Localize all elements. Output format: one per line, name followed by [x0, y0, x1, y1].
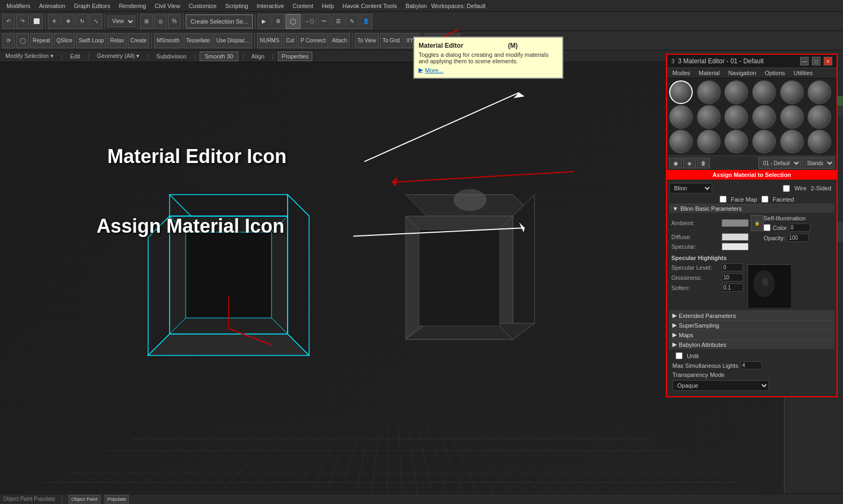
angle-snap-btn[interactable]: ◎ [154, 14, 167, 29]
undo-btn[interactable]: ↶ [2, 14, 15, 29]
color-check[interactable] [764, 224, 771, 231]
attach-btn[interactable]: Attach [329, 33, 350, 48]
mat-ball-12[interactable] [808, 105, 831, 129]
menu-civil-view[interactable]: Civil View [150, 2, 184, 10]
color-spinbox[interactable] [789, 224, 810, 232]
mat-ball-17[interactable] [780, 130, 804, 153]
mat-ball-3[interactable] [724, 80, 748, 104]
tessellate-btn[interactable]: Tessellate [184, 33, 212, 48]
soften-spinbox[interactable] [722, 284, 743, 292]
navigation-menu[interactable]: Navigation [725, 69, 759, 77]
p-connect-btn[interactable]: P Connect [298, 33, 328, 48]
use-displac-btn[interactable]: Use Displac... [214, 33, 252, 48]
scale-btn[interactable]: ⤡ [90, 14, 102, 29]
supersampling-section[interactable]: ▶ SuperSampling [669, 320, 834, 330]
geometry-dropdown[interactable]: Geometry (All) ▾ [93, 53, 143, 60]
rotate-btn[interactable]: ↻ [76, 14, 89, 29]
faceted-check[interactable] [761, 196, 768, 203]
mat-ball-14[interactable] [697, 130, 721, 153]
mat-ball-10[interactable] [752, 105, 776, 129]
properties-btn[interactable]: Properties [278, 51, 312, 61]
ring-btn[interactable]: ◯ [16, 33, 29, 48]
menu-interactive[interactable]: Interactive [252, 2, 288, 10]
mat-delete-btn[interactable]: 🗑 [697, 158, 710, 168]
menu-content[interactable]: Content [288, 2, 318, 10]
face-map-check[interactable] [720, 196, 727, 203]
nurms-btn[interactable]: NURMS [257, 33, 282, 48]
babylon-attrs-section[interactable]: ▶ Babylon Attributes [669, 339, 834, 349]
mat-ball-13[interactable] [669, 130, 693, 153]
maps-section[interactable]: ▶ Maps [669, 330, 834, 339]
mat-get-btn[interactable]: ◉ [669, 158, 682, 168]
cut-btn[interactable]: Cut [283, 33, 297, 48]
menu-havok[interactable]: Havok Content Tools [338, 2, 401, 10]
mat-ball-11[interactable] [780, 105, 804, 129]
mat-ball-2[interactable] [697, 80, 721, 104]
select-btn[interactable]: ✛ [48, 14, 61, 29]
material-menu[interactable]: Material [695, 69, 723, 77]
close-btn[interactable]: ✕ [824, 57, 832, 65]
msmooth-btn[interactable]: MSmooth [154, 33, 182, 48]
unlit-check[interactable] [676, 352, 683, 359]
opaque-dropdown[interactable]: Opaque [672, 380, 769, 391]
menu-customize[interactable]: Customize [185, 2, 221, 10]
menu-graph-editors[interactable]: Graph Editors [70, 2, 115, 10]
menu-help[interactable]: Help [318, 2, 339, 10]
utilities-menu[interactable]: Utilities [790, 69, 816, 77]
mat-standard-dropdown[interactable]: Standard [802, 157, 834, 169]
redo-btn[interactable]: ↷ [16, 14, 29, 29]
view-dropdown[interactable]: View [107, 16, 135, 27]
blinn-dropdown[interactable]: Blinn [669, 183, 712, 194]
obj-paint-btn[interactable]: ✎ [346, 14, 358, 29]
wire-check[interactable] [783, 185, 790, 192]
menu-babylon[interactable]: Babylon [401, 2, 431, 10]
menu-scripting[interactable]: Scripting [221, 2, 253, 10]
options-menu[interactable]: Options [761, 69, 788, 77]
menu-modifiers[interactable]: Modifiers [2, 2, 35, 10]
edit-dropdown[interactable]: Edit [67, 53, 84, 60]
obj-paint-status-btn[interactable]: Object Paint [69, 495, 100, 503]
render-setup-btn[interactable]: ⚙ [272, 14, 284, 29]
mat-ball-7[interactable] [669, 105, 693, 129]
select-all-btn[interactable]: ⬜ [30, 14, 43, 29]
menu-rendering[interactable]: Rendering [114, 2, 150, 10]
specular-swatch[interactable] [722, 243, 749, 250]
render-btn[interactable]: ▶ [258, 14, 270, 29]
mat-ball-15[interactable] [724, 130, 748, 153]
mat-ball-8[interactable] [697, 105, 721, 129]
populate-btn[interactable]: 👤 [360, 14, 372, 29]
create-btn[interactable]: Create [128, 33, 149, 48]
diffuse-swatch[interactable] [722, 233, 749, 241]
modes-menu[interactable]: Modes [669, 69, 693, 77]
mat-ball-9[interactable] [724, 105, 748, 129]
mat-put-btn[interactable]: ◈ [683, 158, 696, 168]
move-btn[interactable]: ✥ [62, 14, 75, 29]
ambient-swatch[interactable] [722, 219, 749, 227]
mat-ball-5[interactable] [780, 80, 804, 104]
spec-level-spinbox[interactable] [722, 263, 743, 271]
swift-loop-btn[interactable]: Swift Loop [76, 33, 107, 48]
create-selection-btn[interactable]: Create Selection Se... [186, 14, 253, 28]
mat-ball-1[interactable] [669, 80, 693, 104]
opacity-spinbox[interactable] [787, 234, 809, 242]
blinn-params-section[interactable]: ▼ Blinn Basic Parameters [669, 204, 834, 213]
snap-btn[interactable]: ⊞ [140, 14, 153, 29]
relax-btn[interactable]: Relax [107, 33, 127, 48]
populate-status-btn[interactable]: Populate [105, 495, 129, 503]
mat-ball-6[interactable] [808, 80, 831, 104]
curve-editor-btn[interactable]: 〜 [318, 14, 331, 29]
maximize-btn[interactable]: □ [812, 57, 820, 65]
menu-animation[interactable]: Animation [35, 2, 70, 10]
mat-preset-dropdown[interactable]: 01 - Default [758, 157, 801, 169]
to-view-btn[interactable]: To View [355, 33, 379, 48]
mat-ball-4[interactable] [752, 80, 776, 104]
percent-snap-btn[interactable]: % [168, 14, 181, 29]
smooth-btn[interactable]: Smooth 30 [200, 51, 238, 61]
mat-ball-16[interactable] [752, 130, 776, 153]
lock-icon[interactable]: 🔒 [751, 215, 764, 231]
more-link[interactable]: ▶ More... [419, 66, 558, 73]
glossiness-spinbox[interactable] [722, 273, 743, 281]
modify-selection-dropdown[interactable]: Modify Selection ▾ [2, 53, 57, 60]
loop-btn[interactable]: ⟳ [2, 33, 15, 48]
extended-params-section[interactable]: ▶ Extended Parameters [669, 310, 834, 320]
